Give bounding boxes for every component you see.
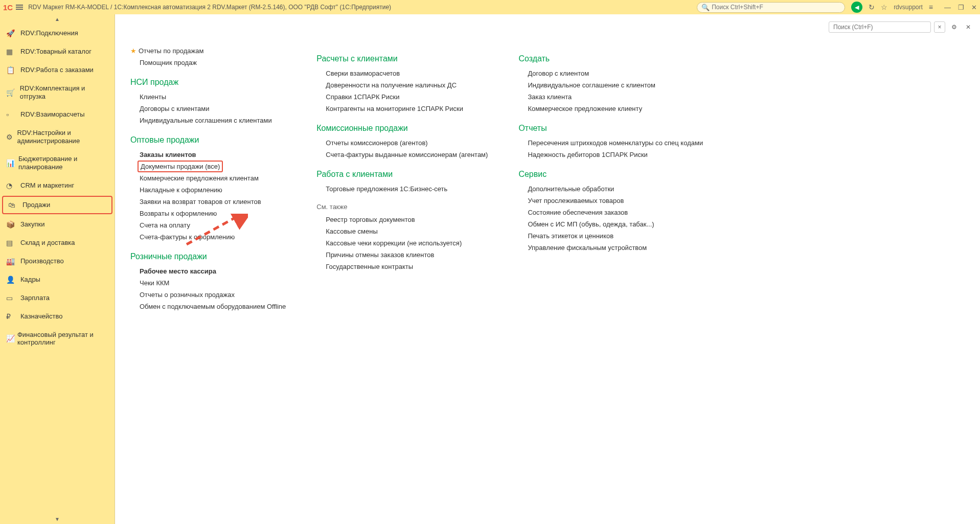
section-title[interactable]: НСИ продаж [130,78,286,87]
menu-link[interactable]: Доверенности на получение наличных ДС [316,79,488,91]
menu-link[interactable]: Дополнительные обработки [518,183,703,195]
menu-link[interactable]: Надежность дебиторов 1СПАРК Риски [518,149,703,161]
menu-bars-icon[interactable]: ≡ [929,3,933,11]
sales-helper-link[interactable]: Помощник продаж [130,57,286,69]
menu-link[interactable]: Пересечения штрихкодов номенклатуры со с… [518,137,703,149]
menu-link[interactable]: Заявки на возврат товаров от клиентов [130,196,286,208]
section-title[interactable]: Розничные продажи [130,252,286,261]
menu-link[interactable]: Обмен с ИС МП (обувь, одежда, табак...) [518,218,703,230]
menu-link[interactable]: Управление фискальным устройством [518,242,703,254]
menu-link[interactable]: Документы продажи (все) [138,161,223,172]
maximize-icon[interactable]: ❐ [958,4,964,11]
sidebar-item-label: RDV:Работа с заказами [20,66,94,74]
menu-link[interactable]: Возвраты к оформлению [130,208,286,219]
menu-link[interactable]: Состояние обеспечения заказов [518,207,703,218]
reports-star-link[interactable]: ★Отчеты по продажам [130,45,286,57]
menu-link[interactable]: Договоры с клиентами [130,103,286,115]
sidebar-item-4[interactable]: ▫RDV:Взаиморасчеты [0,105,115,124]
menu-link[interactable]: Счета на оплату [130,219,286,231]
menu-link[interactable]: Кассовые чеки коррекции (не используется… [316,237,488,249]
sidebar-item-14[interactable]: ₽Казначейство [0,307,115,326]
sidebar-icon: ▤ [6,239,20,247]
menu-link[interactable]: Накладные к оформлению [130,184,286,196]
sidebar-item-1[interactable]: ▦RDV:Товарный каталог [0,42,115,61]
section-title[interactable]: Создать [518,54,703,63]
menu-link[interactable]: Отчеты о розничных продажах [130,289,286,301]
sidebar-icon: 📋 [6,66,20,74]
menu-link[interactable]: Рабочее место кассира [130,265,286,277]
menu-link[interactable]: Клиенты [130,91,286,103]
menu-link[interactable]: Коммерческие предложения клиентам [130,172,286,184]
menu-link[interactable]: Кассовые смены [316,225,488,237]
menu-link[interactable]: Контрагенты на мониторинге 1СПАРК Риски [316,103,488,115]
sidebar-icon: 🛍 [8,201,22,209]
section-title[interactable]: Работа с клиентами [316,170,488,179]
section-title[interactable]: Сервис [518,170,703,179]
close-icon[interactable]: ✕ [971,4,977,11]
menu-link[interactable]: Причины отмены заказов клиентов [316,249,488,261]
section-title[interactable]: Отчеты [518,124,703,133]
sidebar-item-label: Бюджетирование и планирование [18,155,108,171]
menu-link[interactable]: Счета-фактуры выданные комиссионерам (аг… [316,149,488,161]
sidebar-item-label: Закупки [20,220,44,229]
content-search-input[interactable] [829,21,931,33]
menu-link[interactable]: Индивидуальные соглашения с клиентами [130,115,286,126]
close-panel-icon[interactable]: ✕ [963,21,974,33]
section-title[interactable]: Оптовые продажи [130,135,286,145]
sidebar-item-5[interactable]: ⚙RDV:Настройки и администрирование [0,124,115,150]
favorite-icon[interactable]: ☆ [881,3,887,11]
history-icon[interactable]: ↻ [869,3,875,11]
sidebar-icon: 📦 [6,220,20,229]
menu-link[interactable]: Обмен с подключаемым оборудованием Offli… [130,301,286,312]
sidebar-item-7[interactable]: ◔CRM и маркетинг [0,176,115,195]
menu-link[interactable]: Чеки ККМ [130,277,286,289]
settings-icon[interactable]: ⚙ [948,21,960,33]
sidebar-item-label: Кадры [20,276,40,284]
menu-link[interactable]: Торговые предложения 1С:Бизнес-сеть [316,183,488,195]
minimize-icon[interactable]: — [944,4,951,11]
section-title[interactable]: Расчеты с клиентами [316,54,488,63]
menu-link[interactable]: Отчеты комиссионеров (агентов) [316,137,488,149]
title-bar: 1C RDV Маркет RM-KA-MODEL / 1С:Комплексн… [0,0,980,14]
sidebar-item-8[interactable]: 🛍Продажи [2,196,112,214]
sidebar-item-10[interactable]: ▤Склад и доставка [0,234,115,252]
menu-link[interactable]: Государственные контракты [316,261,488,272]
logo-1c: 1C [3,3,13,12]
sidebar-icon: ▫ [6,110,20,119]
sidebar-icon: ₽ [6,312,20,321]
menu-link[interactable]: Реестр торговых документов [316,214,488,225]
sidebar-item-2[interactable]: 📋RDV:Работа с заказами [0,61,115,79]
window-title: RDV Маркет RM-KA-MODEL / 1С:Комплексная … [28,4,697,11]
sidebar-item-6[interactable]: 📊Бюджетирование и планирование [0,150,115,176]
sidebar-item-9[interactable]: 📦Закупки [0,215,115,234]
sidebar-item-11[interactable]: 🏭Производство [0,252,115,270]
sidebar-scroll-up[interactable]: ▲ [0,14,115,24]
sidebar-item-label: RDV:Настройки и администрирование [17,129,108,145]
menu-link[interactable]: Индивидуальное соглашение с клиентом [518,79,703,91]
menu-link[interactable]: Печать этикеток и ценников [518,230,703,242]
menu-link[interactable]: Заказ клиента [518,91,703,103]
sidebar-item-3[interactable]: 🛒RDV:Комплектация и отгрузка [0,79,115,105]
sidebar-scroll-down[interactable]: ▼ [0,514,115,524]
menu-link[interactable]: Заказы клиентов [130,149,286,161]
global-search-input[interactable] [712,4,840,11]
sidebar-item-15[interactable]: 📈Финансовый результат и контроллинг [0,326,115,352]
sidebar-item-12[interactable]: 👤Кадры [0,270,115,289]
clear-search-button[interactable]: × [934,21,945,33]
section-title[interactable]: Комиссионные продажи [316,124,488,133]
menu-link[interactable]: Счета-фактуры к оформлению [130,231,286,243]
menu-link[interactable]: Коммерческое предложение клиенту [518,103,703,115]
menu-icon[interactable] [16,4,23,11]
notification-icon[interactable]: ◀ [851,2,862,13]
sidebar-item-13[interactable]: ▭Зарплата [0,289,115,307]
menu-link[interactable]: Справки 1СПАРК Риски [316,91,488,103]
sidebar-item-label: Продажи [22,201,50,209]
menu-link[interactable]: Договор с клиентом [518,67,703,79]
menu-link[interactable]: Учет прослеживаемых товаров [518,195,703,207]
sidebar-item-0[interactable]: 🚀RDV:Подключения [0,24,115,42]
sidebar-item-label: Финансовый результат и контроллинг [17,331,108,347]
sidebar-item-label: Зарплата [20,294,50,302]
menu-link[interactable]: Сверки взаиморасчетов [316,67,488,79]
username-label[interactable]: rdvsupport [894,4,923,11]
global-search[interactable]: 🔍 [697,2,845,13]
